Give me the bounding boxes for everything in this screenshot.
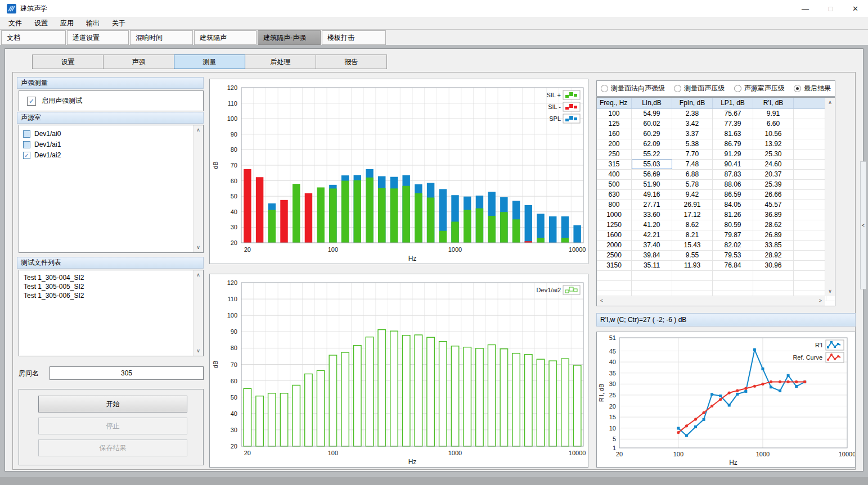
- main-tab-楼板打击[interactable]: 楼板打击: [322, 30, 386, 45]
- table-cell[interactable]: 28.62: [753, 220, 794, 230]
- table-cell[interactable]: 7.48: [672, 160, 713, 169]
- table-cell[interactable]: 51.90: [632, 180, 672, 189]
- table-cell[interactable]: 41.20: [632, 220, 672, 230]
- table-cell[interactable]: 90.41: [713, 160, 753, 169]
- table-cell[interactable]: 56.69: [632, 170, 672, 179]
- table-cell[interactable]: 9.55: [672, 251, 713, 260]
- test-file-item[interactable]: Test 1_305-004_SI2: [19, 273, 203, 282]
- channel-checkbox[interactable]: ✓: [23, 152, 30, 159]
- table-cell[interactable]: 91.29: [713, 149, 753, 159]
- table-cell[interactable]: 86.79: [713, 139, 753, 149]
- table-cell[interactable]: [794, 149, 826, 159]
- source-room-item-Dev1/ai2[interactable]: ✓Dev1/ai2: [19, 150, 203, 161]
- table-cell[interactable]: 25.39: [753, 180, 794, 189]
- table-cell[interactable]: [794, 129, 826, 139]
- minimize-button[interactable]: —: [793, 0, 818, 17]
- table-cell[interactable]: 11.93: [672, 261, 713, 270]
- radio-option-测量面法向声强级[interactable]: 测量面法向声强级: [601, 84, 665, 93]
- table-cell[interactable]: 55.03: [632, 160, 672, 169]
- table-cell[interactable]: 39.84: [632, 251, 672, 260]
- table-cell[interactable]: 26.66: [753, 190, 794, 200]
- table-cell[interactable]: 88.06: [713, 180, 753, 189]
- table-cell[interactable]: [794, 190, 826, 200]
- table-cell[interactable]: [794, 170, 826, 179]
- maximize-button[interactable]: □: [818, 0, 843, 17]
- test-file-item[interactable]: Test 1_305-005_SI2: [19, 282, 203, 291]
- scroll-up-icon[interactable]: ∧: [194, 125, 203, 135]
- table-cell[interactable]: [597, 271, 632, 280]
- scroll-down-icon[interactable]: ∨: [194, 346, 203, 356]
- table-cell[interactable]: 55.22: [632, 149, 672, 159]
- table-cell[interactable]: [794, 119, 826, 129]
- table-cell[interactable]: 1250: [597, 220, 632, 230]
- table-cell[interactable]: [794, 251, 826, 260]
- table-cell[interactable]: 7.70: [672, 149, 713, 159]
- table-cell[interactable]: [672, 281, 713, 291]
- scroll-down-icon[interactable]: ∨: [825, 287, 835, 296]
- menu-item-设置[interactable]: 设置: [28, 17, 54, 29]
- table-cell[interactable]: 26.89: [753, 230, 794, 240]
- table-cell[interactable]: 75.67: [713, 109, 753, 119]
- sub-tab-报告[interactable]: 报告: [316, 55, 387, 69]
- table-cell[interactable]: [672, 271, 713, 280]
- menu-item-关于[interactable]: 关于: [106, 17, 132, 29]
- sub-tab-声强[interactable]: 声强: [103, 55, 174, 69]
- sub-tab-后处理[interactable]: 后处理: [245, 55, 316, 69]
- table-cell[interactable]: 37.40: [632, 241, 672, 250]
- table-cell[interactable]: 28.92: [753, 251, 794, 260]
- test-file-scrollbar[interactable]: ∧ ∨: [193, 270, 203, 356]
- table-cell[interactable]: [794, 281, 826, 291]
- table-cell[interactable]: 160: [597, 129, 632, 139]
- table-vscrollbar[interactable]: ∧ ∨: [825, 98, 835, 296]
- table-cell[interactable]: 5.78: [672, 180, 713, 189]
- table-cell[interactable]: 800: [597, 200, 632, 210]
- table-cell[interactable]: [794, 220, 826, 230]
- table-cell[interactable]: [794, 200, 826, 210]
- table-cell[interactable]: [632, 281, 672, 291]
- close-button[interactable]: ✕: [843, 0, 868, 17]
- enable-si-checkbox[interactable]: ✓: [27, 97, 36, 106]
- table-cell[interactable]: [753, 281, 794, 291]
- table-cell[interactable]: 82.02: [713, 241, 753, 250]
- main-tab-建筑隔声[interactable]: 建筑隔声: [194, 30, 257, 45]
- scroll-up-icon[interactable]: ∧: [194, 270, 203, 280]
- table-cell[interactable]: 30.96: [753, 261, 794, 270]
- table-cell[interactable]: 3.42: [672, 119, 713, 129]
- table-cell[interactable]: 1600: [597, 230, 632, 240]
- table-cell[interactable]: [794, 271, 826, 280]
- table-cell[interactable]: 9.91: [753, 109, 794, 119]
- table-cell[interactable]: 86.59: [713, 190, 753, 200]
- source-room-scrollbar[interactable]: ∧ ∨: [193, 125, 203, 252]
- table-cell[interactable]: 9.42: [672, 190, 713, 200]
- test-file-item[interactable]: Test 1_305-006_SI2: [19, 291, 203, 300]
- table-cell[interactable]: 45.57: [753, 200, 794, 210]
- sub-tab-设置[interactable]: 设置: [32, 55, 104, 69]
- table-cell[interactable]: 200: [597, 139, 632, 149]
- table-cell[interactable]: 2500: [597, 251, 632, 260]
- table-cell[interactable]: [713, 281, 753, 291]
- table-cell[interactable]: 250: [597, 149, 632, 159]
- table-cell[interactable]: [794, 160, 826, 169]
- table-cell[interactable]: 315: [597, 160, 632, 169]
- table-cell[interactable]: 6.88: [672, 170, 713, 179]
- table-cell[interactable]: 54.99: [632, 109, 672, 119]
- table-cell[interactable]: [794, 241, 826, 250]
- table-cell[interactable]: 630: [597, 190, 632, 200]
- collapse-side-panel-button[interactable]: <: [860, 161, 866, 289]
- table-cell[interactable]: 42.21: [632, 230, 672, 240]
- table-cell[interactable]: 79.53: [713, 251, 753, 260]
- table-cell[interactable]: 81.26: [713, 210, 753, 220]
- table-cell[interactable]: 2000: [597, 241, 632, 250]
- table-cell[interactable]: 13.92: [753, 139, 794, 149]
- table-cell[interactable]: 80.59: [713, 220, 753, 230]
- table-cell[interactable]: 87.83: [713, 170, 753, 179]
- table-cell[interactable]: 20.37: [753, 170, 794, 179]
- table-cell[interactable]: 3150: [597, 261, 632, 270]
- table-cell[interactable]: [794, 180, 826, 189]
- menu-item-输出[interactable]: 输出: [80, 17, 106, 29]
- table-cell[interactable]: 2.38: [672, 109, 713, 119]
- radio-option-声源室声压级[interactable]: 声源室声压级: [734, 84, 785, 93]
- table-hscrollbar[interactable]: < >: [597, 296, 825, 306]
- channel-checkbox[interactable]: [23, 130, 30, 138]
- table-cell[interactable]: 5.38: [672, 139, 713, 149]
